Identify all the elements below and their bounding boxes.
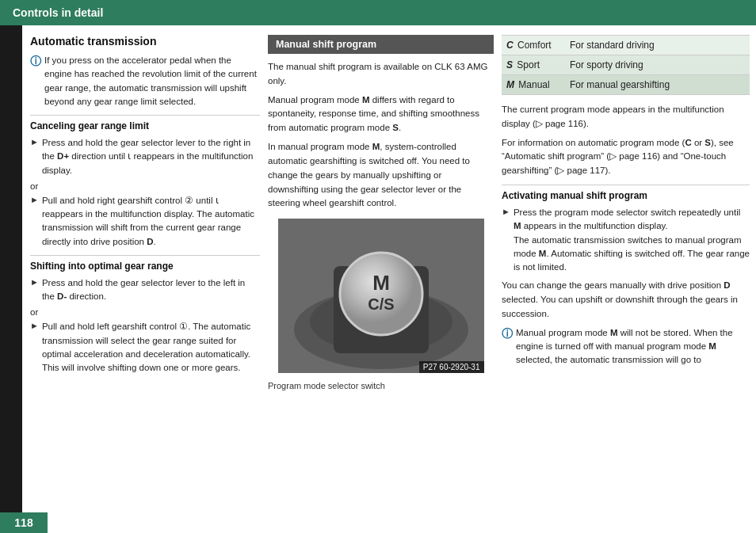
mode-letter-sport: S (506, 59, 513, 70)
bullet-arrow-4: ► (30, 320, 39, 375)
activating-text: Press the program mode selector switch r… (514, 206, 750, 274)
activating-bullet: ► Press the program mode selector switch… (502, 206, 750, 274)
page-header: Controls in detail (0, 0, 756, 25)
mode-code-sport: S Sport (502, 55, 565, 75)
image-watermark: P27 60-2920-31 (419, 361, 484, 373)
info-icon: ⓘ (30, 55, 41, 109)
image-bg: M C/S P27 60-2920-31 (278, 219, 484, 373)
right-column: C Comfort For standard driving S Sport F… (502, 35, 750, 527)
mode-table: C Comfort For standard driving S Sport F… (502, 35, 750, 95)
page-content: Automatic transmission ⓘ If you press on… (0, 25, 756, 533)
subsection-cancel-title: Canceling gear range limit (30, 115, 260, 131)
optimal-bullet-2: ► Pull and hold left gearshift control ①… (30, 320, 260, 375)
middle-para-2: Manual program mode M differs with regar… (268, 93, 494, 135)
mode-letter-manual: M (506, 79, 514, 90)
mode-name-comfort: Comfort (517, 40, 552, 51)
cancel-text-2: Pull and hold right gearshift control ② … (42, 194, 260, 249)
section-title: Automatic transmission (30, 35, 260, 48)
info-box-right: ⓘ Manual program mode M will not be stor… (502, 326, 750, 367)
gear-svg: M C/S (278, 219, 484, 373)
table-row-manual: M Manual For manual gearshifting (502, 75, 750, 95)
middle-para-3: In manual program mode M, system-control… (268, 140, 494, 211)
middle-column: Manual shift program The manual shift pr… (268, 35, 494, 527)
left-column: Automatic transmission ⓘ If you press on… (30, 35, 260, 527)
page-number: 118 (0, 512, 48, 533)
image-caption: Program mode selector switch (268, 381, 494, 390)
cancel-bullet-2: ► Pull and hold right gearshift control … (30, 194, 260, 249)
info-icon-right: ⓘ (502, 327, 513, 367)
optimal-bullet-1: ► Press and hold the gear selector lever… (30, 276, 260, 304)
or-text-1: or (30, 181, 260, 191)
middle-para-1: The manual shift program is available on… (268, 60, 494, 89)
main-content: Automatic transmission ⓘ If you press on… (22, 25, 756, 533)
info-text-main: If you press on the accelerator pedal wh… (44, 54, 260, 109)
header-title: Controls in detail (13, 6, 103, 19)
table-row-sport: S Sport For sporty driving (502, 55, 750, 75)
bullet-arrow-2: ► (30, 194, 39, 249)
bullet-arrow-1: ► (30, 136, 39, 177)
optimal-text-2: Pull and hold left gearshift control ①. … (42, 320, 260, 375)
cancel-bullet-1: ► Press and hold the gear selector lever… (30, 136, 260, 177)
mode-code-manual: M Manual (502, 75, 565, 95)
mode-code-comfort: C Comfort (502, 36, 565, 55)
optimal-text-1: Press and hold the gear selector lever t… (42, 276, 260, 304)
bullet-arrow-3: ► (30, 276, 39, 304)
activating-title: Activating manual shift program (502, 185, 750, 201)
mode-desc-sport: For sporty driving (565, 55, 750, 75)
bullet-arrow-5: ► (502, 206, 510, 274)
or-text-2: or (30, 307, 260, 317)
right-para-2: For information on automatic program mod… (502, 136, 750, 178)
mode-name-manual: Manual (518, 79, 549, 90)
mode-desc-comfort: For standard driving (565, 36, 750, 55)
cancel-text-1: Press and hold the gear selector lever t… (42, 136, 260, 177)
mode-name-sport: Sport (517, 59, 540, 70)
mode-letter-comfort: C (506, 40, 514, 51)
info-text-right: Manual program mode M will not be stored… (516, 326, 750, 367)
table-row-comfort: C Comfort For standard driving (502, 36, 750, 55)
mode-desc-manual: For manual gearshifting (565, 75, 750, 95)
svg-text:M: M (372, 271, 390, 295)
gear-selector-image: M C/S P27 60-2920-31 (278, 219, 484, 373)
drive-paragraph: You can change the gears manually with d… (502, 279, 750, 321)
left-sidebar-bar (0, 25, 22, 533)
info-box-main: ⓘ If you press on the accelerator pedal … (30, 54, 260, 109)
svg-text:C/S: C/S (368, 295, 394, 313)
right-para-1: The current program mode appears in the … (502, 103, 750, 131)
subsection-optimal-title: Shifting into optimal gear range (30, 255, 260, 272)
manual-shift-header: Manual shift program (268, 35, 494, 54)
